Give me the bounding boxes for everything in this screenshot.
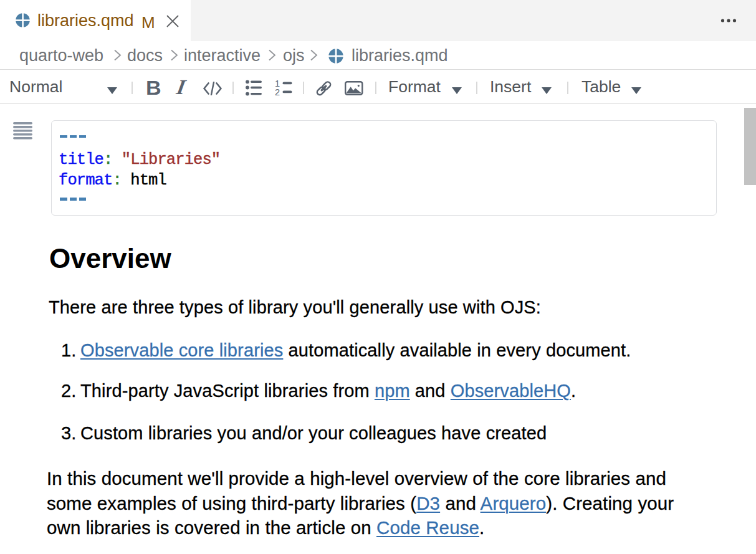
svg-text:2: 2: [275, 87, 280, 97]
